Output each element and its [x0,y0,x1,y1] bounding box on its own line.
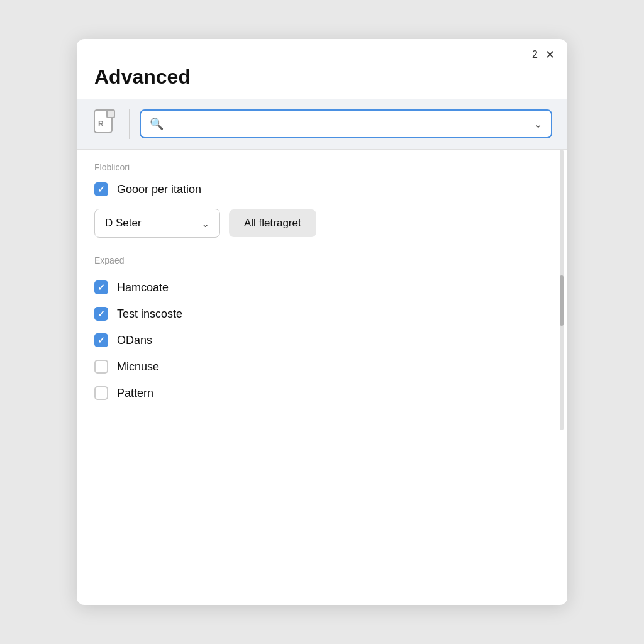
main-checkbox-row: Gooor per itation [94,182,550,196]
window-badge: 2 [532,49,538,60]
checkbox-hamcoate[interactable] [94,280,108,294]
search-input-wrapper[interactable]: 🔍 ⌄ [140,109,552,138]
checkbox-micnuse-label: Micnuse [117,360,159,374]
checkbox-test-inscoste-label: Test inscoste [117,308,182,321]
checkbox-odans-label: ODans [117,334,152,347]
checkbox-odans[interactable] [94,333,108,347]
advanced-window: 2 ✕ Advanced R 🔍 ⌄ [77,39,567,605]
page-title: Advanced [77,60,567,99]
scrollbar-thumb[interactable] [560,275,564,326]
svg-text:R: R [98,119,104,128]
controls-row: D Seter ⌄ All fletragret [94,209,550,238]
section2: Expaed Hamcoate Test inscoste ODans Micn… [94,255,550,405]
checkbox-item-pattern: Pattern [94,381,550,405]
checkbox-pattern[interactable] [94,386,108,400]
main-checkbox-label: Gooor per itation [117,183,201,196]
search-input[interactable] [170,118,528,130]
checkboxes-group: Hamcoate Test inscoste ODans Micnuse Pat [94,275,550,405]
checkbox-test-inscoste[interactable] [94,307,108,321]
close-button[interactable]: ✕ [545,49,555,60]
checkbox-pattern-label: Pattern [117,387,153,400]
scrollbar[interactable] [560,150,564,430]
dropdown-label: D Seter [105,217,142,230]
search-bar-area: R 🔍 ⌄ [77,99,567,150]
all-fletragret-button[interactable]: All fletragret [229,209,316,237]
d-seter-dropdown[interactable]: D Seter ⌄ [94,209,220,238]
checkbox-item-micnuse: Micnuse [94,355,550,379]
checkbox-item-hamcoate: Hamcoate [94,275,550,299]
checkbox-hamcoate-label: Hamcoate [117,281,169,294]
section2-label: Expaed [94,255,550,265]
dropdown-chevron-icon: ⌄ [201,218,209,230]
search-icon: 🔍 [150,117,164,131]
section1-label: Floblicori [94,162,550,172]
checkbox-micnuse[interactable] [94,360,108,374]
content-area: Floblicori Gooor per itation D Seter ⌄ A… [77,150,567,430]
window-topbar: 2 ✕ [77,39,567,60]
file-icon-wrapper: R [92,109,130,139]
main-checkbox[interactable] [94,182,108,196]
checkbox-item-odans: ODans [94,328,550,352]
section1: Floblicori Gooor per itation D Seter ⌄ A… [94,162,550,238]
checkbox-item-test-inscoste: Test inscoste [94,302,550,326]
chevron-down-icon[interactable]: ⌄ [534,118,542,130]
svg-rect-1 [107,110,114,118]
file-icon: R [92,109,119,139]
